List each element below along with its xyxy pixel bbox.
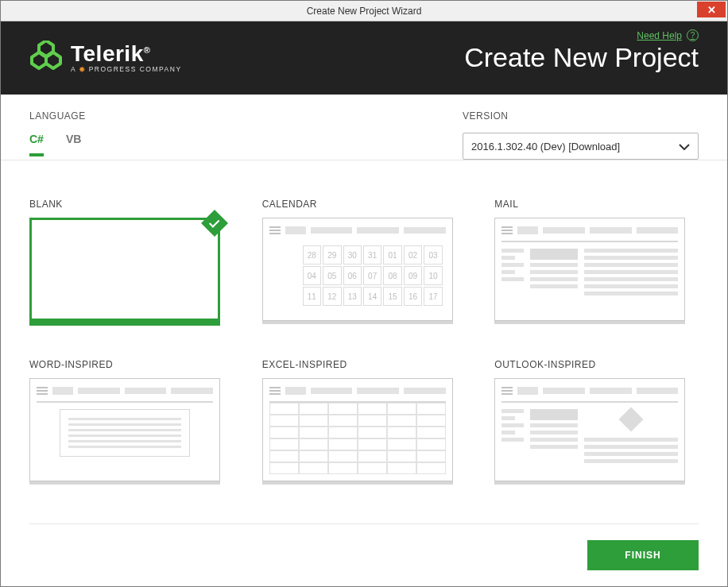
template-card-excel[interactable] bbox=[262, 378, 453, 481]
calendar-cell: 12 bbox=[323, 287, 341, 306]
spreadsheet-cell bbox=[299, 450, 328, 462]
spreadsheet-cell bbox=[416, 450, 446, 462]
spreadsheet-cell bbox=[416, 415, 446, 427]
calendar-cell: 11 bbox=[303, 287, 321, 306]
template-label: OUTLOOK-INSPIRED bbox=[494, 359, 685, 370]
template-blank: BLANK bbox=[29, 199, 220, 321]
spreadsheet-cell bbox=[269, 438, 299, 450]
spreadsheet-cell bbox=[416, 403, 446, 415]
calendar-cell: 01 bbox=[383, 245, 401, 265]
template-label: WORD-INSPIRED bbox=[29, 359, 220, 370]
help-label: Need Help bbox=[637, 30, 682, 41]
spreadsheet-cell bbox=[269, 415, 299, 427]
template-card-blank[interactable] bbox=[29, 218, 220, 321]
page-title: Create New Project bbox=[464, 42, 699, 73]
window-title: Create New Project Wizard bbox=[1, 6, 727, 17]
template-label: MAIL bbox=[494, 199, 685, 210]
calendar-cell: 29 bbox=[323, 245, 341, 265]
controls-row: LANGUAGE C# VB VERSION 2016.1.302.40 (De… bbox=[1, 95, 727, 160]
footer: FINISH bbox=[29, 523, 699, 586]
template-excel: EXCEL-INSPIRED bbox=[262, 359, 453, 481]
spreadsheet-cell bbox=[416, 427, 446, 438]
preview-thumbnail: 2829303101020304050607080910111213141516… bbox=[269, 225, 446, 314]
spreadsheet-cell bbox=[387, 438, 416, 450]
template-label: BLANK bbox=[29, 199, 220, 210]
template-card-mail[interactable] bbox=[494, 218, 685, 321]
spreadsheet-cell bbox=[269, 403, 299, 415]
brand-tagline: A✸PROGRESS COMPANY bbox=[71, 65, 182, 74]
spreadsheet-cell bbox=[269, 427, 299, 438]
template-outlook: OUTLOOK-INSPIRED bbox=[494, 359, 685, 481]
finish-button[interactable]: FINISH bbox=[587, 540, 699, 570]
language-group: LANGUAGE C# VB bbox=[29, 110, 399, 160]
tab-csharp[interactable]: C# bbox=[29, 133, 44, 156]
brand-logo: Telerik® A✸PROGRESS COMPANY bbox=[29, 37, 182, 77]
spreadsheet-cell bbox=[358, 450, 387, 462]
calendar-cell: 06 bbox=[343, 266, 362, 285]
calendar-cell: 28 bbox=[303, 245, 321, 265]
tab-vb[interactable]: VB bbox=[66, 133, 81, 156]
titlebar: Create New Project Wizard ✕ bbox=[1, 1, 727, 21]
calendar-cell: 02 bbox=[404, 245, 422, 265]
spreadsheet-cell bbox=[299, 438, 328, 450]
spreadsheet-cell bbox=[387, 450, 416, 462]
preview-thumbnail bbox=[37, 385, 213, 474]
version-selected-value: 2016.1.302.40 (Dev) [Download] bbox=[471, 141, 620, 153]
spreadsheet-cell bbox=[299, 415, 328, 427]
spreadsheet-cell bbox=[358, 438, 387, 450]
calendar-cell: 10 bbox=[424, 266, 442, 285]
spreadsheet-cell bbox=[328, 462, 358, 474]
calendar-cell: 13 bbox=[343, 287, 362, 306]
template-word: WORD-INSPIRED bbox=[29, 359, 220, 481]
preview-thumbnail bbox=[501, 385, 678, 474]
close-icon: ✕ bbox=[707, 4, 716, 16]
spreadsheet-cell bbox=[328, 450, 358, 462]
calendar-cell: 14 bbox=[363, 287, 381, 306]
spreadsheet-cell bbox=[387, 415, 416, 427]
spreadsheet-cell bbox=[387, 427, 416, 438]
calendar-cell: 30 bbox=[343, 245, 362, 265]
header: Telerik® A✸PROGRESS COMPANY Create New P… bbox=[1, 21, 727, 95]
spreadsheet-cell bbox=[328, 427, 358, 438]
template-calendar: CALENDAR 2829303101020304050607080910111… bbox=[262, 199, 453, 321]
brand-text: Telerik® A✸PROGRESS COMPANY bbox=[71, 41, 182, 74]
template-card-calendar[interactable]: 2829303101020304050607080910111213141516… bbox=[262, 218, 453, 321]
templates-grid: BLANK CALENDAR 2829303101020304050607080… bbox=[1, 160, 727, 497]
version-group: VERSION 2016.1.302.40 (Dev) [Download] bbox=[463, 110, 699, 160]
calendar-cell: 09 bbox=[404, 266, 422, 285]
need-help-link[interactable]: Need Help ? bbox=[637, 29, 699, 41]
spreadsheet-cell bbox=[358, 403, 387, 415]
spreadsheet-cell bbox=[416, 438, 446, 450]
template-card-outlook[interactable] bbox=[494, 378, 685, 481]
spreadsheet-cell bbox=[269, 450, 299, 462]
preview-thumbnail bbox=[501, 225, 678, 314]
chevron-down-icon bbox=[679, 140, 690, 153]
calendar-cell: 04 bbox=[303, 266, 321, 285]
spreadsheet-cell bbox=[416, 462, 446, 474]
calendar-cell: 17 bbox=[424, 287, 442, 306]
spreadsheet-cell bbox=[387, 403, 416, 415]
close-button[interactable]: ✕ bbox=[697, 2, 726, 17]
spreadsheet-cell bbox=[328, 438, 358, 450]
spreadsheet-cell bbox=[328, 403, 358, 415]
calendar-cell: 31 bbox=[363, 245, 381, 265]
spreadsheet-cell bbox=[358, 415, 387, 427]
version-select[interactable]: 2016.1.302.40 (Dev) [Download] bbox=[463, 133, 699, 160]
help-icon: ? bbox=[687, 29, 699, 41]
calendar-cell: 03 bbox=[424, 245, 442, 265]
template-mail: MAIL bbox=[494, 199, 685, 321]
wizard-window: Create New Project Wizard ✕ Telerik® A✸P… bbox=[0, 0, 728, 587]
template-card-word[interactable] bbox=[29, 378, 220, 481]
calendar-cell: 15 bbox=[383, 287, 401, 306]
brand-word: Telerik® bbox=[71, 41, 182, 67]
preview-thumbnail bbox=[269, 385, 446, 474]
spreadsheet-cell bbox=[299, 427, 328, 438]
template-label: EXCEL-INSPIRED bbox=[262, 359, 453, 370]
version-label: VERSION bbox=[463, 110, 699, 122]
calendar-cell: 16 bbox=[404, 287, 422, 306]
calendar-cell: 05 bbox=[323, 266, 341, 285]
spreadsheet-cell bbox=[299, 403, 328, 415]
spreadsheet-cell bbox=[358, 427, 387, 438]
language-label: LANGUAGE bbox=[29, 110, 399, 122]
spreadsheet-cell bbox=[269, 462, 299, 474]
